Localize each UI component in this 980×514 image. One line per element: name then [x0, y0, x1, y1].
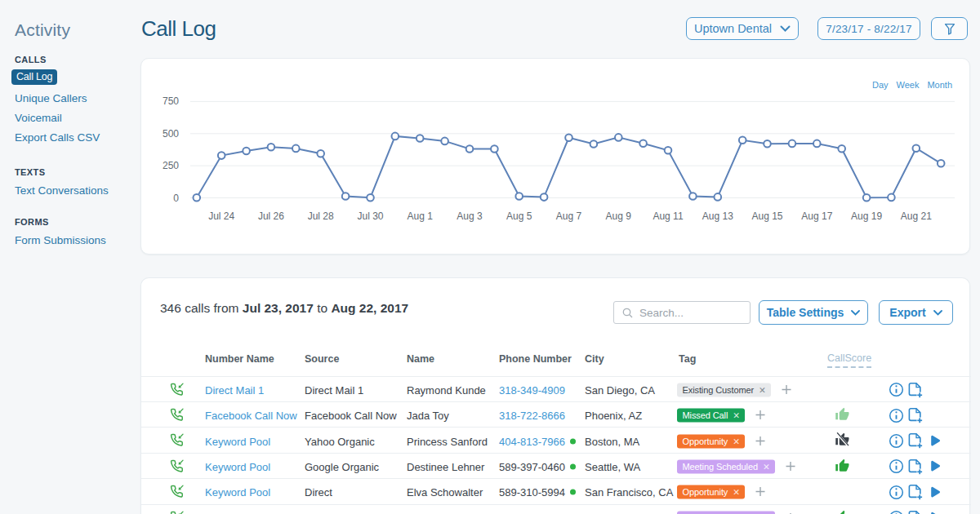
- svg-text:Jul 30: Jul 30: [357, 210, 383, 222]
- svg-text:Aug 1: Aug 1: [408, 210, 434, 222]
- svg-text:500: 500: [163, 128, 179, 140]
- svg-text:Aug 17: Aug 17: [801, 210, 832, 222]
- svg-text:Aug 3: Aug 3: [457, 210, 483, 222]
- svg-text:Jul 26: Jul 26: [258, 210, 284, 222]
- svg-text:Aug 19: Aug 19: [851, 210, 882, 222]
- svg-text:Aug 21: Aug 21: [901, 210, 932, 222]
- svg-text:Aug 13: Aug 13: [702, 210, 733, 222]
- svg-text:750: 750: [163, 95, 179, 107]
- svg-text:Aug 5: Aug 5: [506, 210, 532, 222]
- svg-text:Aug 15: Aug 15: [751, 210, 782, 222]
- svg-text:Aug 11: Aug 11: [653, 210, 683, 222]
- svg-text:250: 250: [163, 160, 179, 171]
- svg-text:Jul 24: Jul 24: [208, 210, 234, 222]
- svg-text:0: 0: [173, 193, 179, 204]
- svg-text:Aug 9: Aug 9: [606, 210, 632, 222]
- svg-text:Jul 28: Jul 28: [308, 210, 334, 222]
- svg-text:Aug 7: Aug 7: [556, 210, 582, 222]
